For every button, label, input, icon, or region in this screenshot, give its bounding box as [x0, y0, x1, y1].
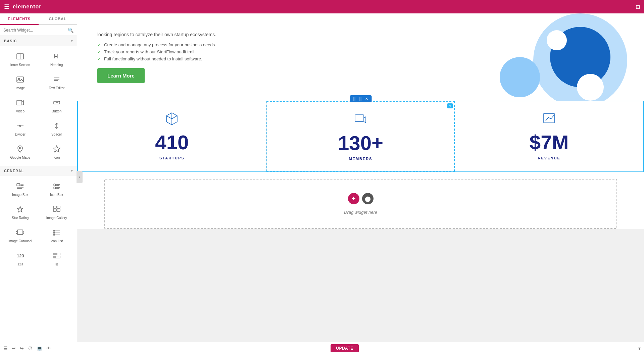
stats-close-btn[interactable]: ✕	[364, 96, 369, 101]
general-section-header[interactable]: GENERAL ▾	[0, 166, 77, 176]
top-bar-left: ☰ elementor	[4, 3, 41, 10]
widget-image-carousel[interactable]: Image Carousel	[3, 225, 38, 247]
bottom-redo-icon[interactable]: ↪	[20, 346, 24, 351]
cube-icon	[164, 111, 179, 129]
hero-section: looking regions to catalyze their own st…	[77, 13, 644, 101]
svg-rect-44	[53, 256, 56, 258]
bottom-undo-icon[interactable]: ↩	[12, 346, 16, 351]
widget-heading[interactable]: H Heading	[39, 49, 75, 70]
image-box-icon	[16, 182, 24, 191]
bottom-bar-right: ▾	[638, 346, 641, 351]
sidebar-collapse-arrow[interactable]: ‹	[77, 171, 83, 183]
search-bar: 🔍	[0, 25, 77, 36]
bottom-history-icon[interactable]: ⏱	[28, 346, 33, 351]
sidebar-tabs: ELEMENTS GLOBAL	[0, 13, 77, 25]
widget-icon-box[interactable]: Icon Box	[39, 179, 75, 200]
drag-section: + ⬤ Drag widget here	[104, 179, 617, 229]
stat-col-members: ✎ 130+ MEMBERS	[266, 101, 455, 171]
svg-point-25	[54, 187, 56, 189]
svg-point-34	[53, 231, 54, 232]
star-rating-icon	[16, 205, 24, 214]
svg-point-12	[19, 125, 21, 127]
tab-elements[interactable]: ELEMENTS	[0, 13, 39, 25]
svg-point-38	[53, 235, 54, 236]
elementor-logo: elementor	[13, 4, 41, 10]
revenue-number: $7M	[530, 133, 569, 153]
search-icon: 🔍	[68, 28, 73, 33]
widget-inner-section[interactable]: Inner Section	[3, 49, 38, 70]
page-content: looking regions to catalyze their own st…	[77, 13, 644, 229]
drag-add-button[interactable]: +	[348, 193, 359, 204]
widget-maps-label: Google Maps	[10, 156, 30, 159]
revenue-label: REVENUE	[538, 156, 560, 160]
stats-move-btn[interactable]: ⣿	[352, 96, 357, 101]
bottom-arrow-icon[interactable]: ▾	[638, 346, 641, 351]
widget-google-maps[interactable]: Google Maps	[3, 141, 38, 163]
image-gallery-icon	[53, 205, 61, 214]
basic-widget-grid: Inner Section H Heading	[0, 46, 77, 166]
bottom-hamburger-icon[interactable]: ☰	[3, 346, 8, 351]
widget-icon-list[interactable]: Icon List	[39, 225, 75, 247]
bottom-responsive-icon[interactable]: 💻	[37, 346, 42, 351]
basic-section-header[interactable]: BASIC ▾	[0, 36, 77, 46]
widget-image[interactable]: Image	[3, 72, 38, 94]
drag-actions: + ⬤	[348, 193, 374, 204]
hero-text: looking regions to catalyze their own st…	[97, 31, 496, 83]
svg-rect-43	[53, 253, 57, 255]
icon-icon	[53, 145, 61, 154]
widget-image-box[interactable]: Image Box	[3, 179, 38, 200]
icon-list-icon	[53, 229, 61, 238]
svg-rect-3	[17, 77, 23, 82]
widget-icon[interactable]: Icon	[39, 141, 75, 163]
svg-point-22	[54, 184, 56, 186]
circle-white2	[577, 74, 604, 101]
stats-toolbar: ⣿ ⣿ ✕	[350, 95, 371, 102]
widget-spacer-label: Spacer	[51, 133, 62, 136]
widget-image-carousel-label: Image Carousel	[8, 239, 32, 243]
search-input[interactable]	[3, 28, 68, 33]
spacer-icon	[53, 122, 61, 131]
icon-box-icon	[53, 182, 61, 191]
widget-inner-section-label: Inner Section	[10, 63, 30, 67]
hero-visual	[510, 23, 624, 91]
widget-star-rating[interactable]: Star Rating	[3, 202, 38, 223]
widget-counter[interactable]: 123 123	[3, 248, 38, 270]
widget-text-editor[interactable]: Text Editor	[39, 72, 75, 94]
basic-section-arrow: ▾	[71, 39, 73, 43]
widget-image-gallery[interactable]: Image Gallery	[39, 202, 75, 223]
maps-icon	[16, 145, 24, 154]
chat-icon	[353, 112, 368, 130]
svg-rect-33	[17, 230, 23, 235]
startups-label: STARTUPS	[159, 156, 184, 160]
drag-label: Drag widget here	[344, 210, 377, 215]
svg-point-36	[53, 233, 54, 234]
svg-rect-31	[53, 209, 56, 211]
chart-icon	[542, 111, 556, 129]
widget-progress[interactable]: ⊞	[39, 248, 75, 270]
divider-icon	[16, 122, 24, 131]
widget-divider[interactable]: Divider	[3, 118, 38, 140]
stats-handle-btn[interactable]: ⣿	[358, 96, 363, 101]
counter-icon: 123	[16, 252, 24, 261]
stat-edit-icon[interactable]: ✎	[447, 103, 453, 108]
bottom-preview-icon[interactable]: 👁	[46, 346, 51, 351]
svg-rect-45	[355, 115, 364, 121]
button-icon	[53, 99, 61, 108]
widget-icon-label: Icon	[53, 156, 60, 159]
widget-video[interactable]: Video	[3, 95, 38, 117]
update-button[interactable]: UPDATE	[331, 344, 358, 352]
widget-button[interactable]: Button	[39, 95, 75, 117]
progress-bar-icon	[53, 252, 61, 261]
svg-rect-17	[17, 184, 20, 186]
widget-spacer[interactable]: Spacer	[39, 118, 75, 140]
text-editor-icon	[53, 75, 61, 85]
general-section-label: GENERAL	[4, 169, 24, 173]
svg-point-15	[19, 147, 21, 149]
grid-icon[interactable]: ⊞	[636, 4, 640, 10]
tab-global[interactable]: GLOBAL	[39, 13, 77, 24]
drag-handle-button[interactable]: ⬤	[362, 193, 374, 204]
hamburger-icon[interactable]: ☰	[4, 3, 9, 10]
learn-more-button[interactable]: Learn More	[97, 68, 145, 83]
checklist-item-1: Create and manage any process for your b…	[97, 42, 496, 47]
main-layout: ELEMENTS GLOBAL 🔍 BASIC ▾ Inner Section	[0, 13, 644, 342]
